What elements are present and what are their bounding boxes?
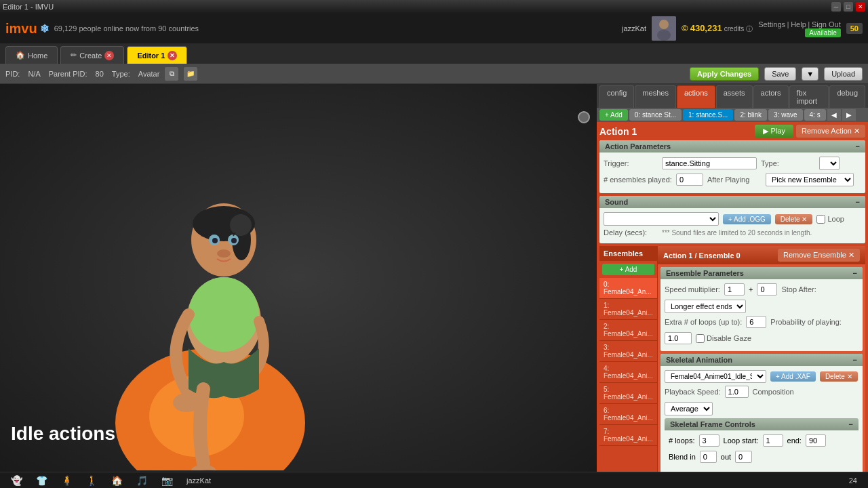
skeletal-loops-row: # loops: Loop start: end: Blend in [669, 434, 854, 463]
xaf-select[interactable]: Female04_Anime01_Idle_Seated01.xaf [665, 370, 766, 383]
skeletal-frame-header[interactable]: Skeletal Frame Controls − [665, 418, 859, 430]
ensemble-item-5[interactable]: 5: Female04_Ani... [599, 383, 657, 404]
sound-header[interactable]: Sound − [599, 196, 865, 208]
tab-home-label: Home [28, 52, 47, 60]
trigger-input[interactable] [662, 157, 757, 169]
composition-select[interactable]: Average [665, 402, 713, 415]
after-playing-select[interactable]: Pick new Ensemble [766, 173, 854, 186]
svg-point-2 [657, 30, 671, 41]
add-xaf-button[interactable]: + Add .XAF [770, 371, 816, 382]
ensemble-item-2[interactable]: 2: Female04_Ani... [599, 320, 657, 341]
action-tab-0[interactable]: 0: stance St... [629, 109, 682, 121]
save-button[interactable]: Save [764, 67, 796, 81]
music-icon[interactable]: 🎵 [136, 475, 148, 486]
add-ogg-button[interactable]: + Add .OGG [723, 214, 771, 224]
tab-config[interactable]: config [599, 85, 634, 108]
tab-create-close[interactable]: ✕ [104, 51, 114, 60]
ensemble-item-7[interactable]: 7: Female04_Ani... [599, 425, 657, 446]
disable-gaze-checkbox[interactable] [696, 334, 705, 343]
available-badge: Available [805, 28, 840, 37]
loop-start-input[interactable] [763, 434, 783, 447]
home-status-icon[interactable]: 🏠 [111, 475, 123, 486]
tab-editor[interactable]: Editor 1 ✕ [127, 46, 187, 64]
sound-file-row: + Add .OGG Delete ✕ Loop [604, 212, 861, 226]
save-dropdown-button[interactable]: ▼ [802, 67, 818, 81]
ensemble-item-6[interactable]: 6: Female04_Ani... [599, 404, 657, 425]
tab-assets[interactable]: assets [716, 85, 753, 108]
parent-pid-value: 80 [96, 70, 104, 78]
out-input[interactable] [735, 451, 752, 463]
svg-point-6 [189, 277, 259, 352]
speed-add-input[interactable] [757, 283, 777, 296]
action-tabs: + Add 0: stance St... 1: stance.S... 2: … [597, 108, 868, 122]
action-tab-2[interactable]: 2: blink [734, 109, 767, 121]
tab-debug[interactable]: debug [829, 85, 865, 108]
shirt-icon[interactable]: 👕 [36, 475, 47, 486]
tab-editor-label: Editor 1 [137, 52, 165, 60]
action-nav-prev[interactable]: ◀ [827, 109, 841, 121]
tab-fbx-import[interactable]: fbx import [789, 85, 829, 108]
loop-checkbox[interactable] [816, 215, 825, 224]
play-button[interactable]: ▶ Play [755, 125, 793, 138]
extra-loops-input[interactable] [746, 316, 766, 328]
walk-icon[interactable]: 🚶 [86, 475, 98, 486]
ensemble-params-header[interactable]: Ensemble Parameters − [660, 267, 863, 279]
maximize-button[interactable]: □ [844, 2, 853, 12]
tab-create[interactable]: ✏ Create ✕ [60, 46, 124, 64]
avatar-thumbnail[interactable] [652, 16, 676, 41]
tab-actions[interactable]: actions [677, 85, 715, 108]
person-icon[interactable]: 🧍 [61, 475, 73, 486]
minimize-button[interactable]: ─ [831, 2, 841, 12]
signout-link[interactable]: Sign Out [812, 20, 841, 28]
settings-link[interactable]: Settings [758, 20, 785, 28]
camera-icon[interactable]: 📷 [161, 475, 173, 486]
extra-loops-label: Extra # of loops (up to): [665, 318, 742, 326]
speed-input[interactable] [724, 283, 745, 296]
prob-input[interactable] [665, 332, 692, 344]
help-link[interactable]: Help [791, 20, 806, 28]
playback-input[interactable] [725, 386, 749, 398]
ensemble-item-0[interactable]: 0: Female04_An... [599, 278, 657, 299]
type-select[interactable] [819, 157, 840, 170]
action-nav-next[interactable]: ▶ [842, 109, 856, 121]
action-tab-3[interactable]: 3: wave [768, 109, 802, 121]
upload-button[interactable]: Upload [824, 67, 863, 81]
sound-file-select[interactable] [604, 212, 719, 226]
folder-icon[interactable]: 📁 [184, 67, 197, 81]
end-input[interactable] [806, 434, 826, 447]
apply-changes-button[interactable]: Apply Changes [690, 67, 759, 81]
add-ensemble-button[interactable]: + Add [602, 264, 654, 275]
action-tab-1[interactable]: 1: stance.S... [683, 109, 733, 121]
ensemble-detail-scroll[interactable]: Ensemble Parameters − Speed multiplier: … [658, 264, 865, 472]
tab-meshes[interactable]: meshes [635, 85, 676, 108]
copy-icon[interactable]: ⧉ [165, 67, 178, 81]
delete-sound-button[interactable]: Delete ✕ [775, 214, 813, 224]
out-label: out [721, 453, 731, 461]
delay-row: Delay (secs): *** Sound files are limite… [604, 228, 861, 237]
loops-input[interactable] [699, 434, 719, 447]
tab-home[interactable]: 🏠 Home [5, 46, 58, 64]
delete-xaf-button[interactable]: Delete ✕ [820, 371, 858, 382]
tab-actors[interactable]: actors [753, 85, 789, 108]
stop-after-select[interactable]: Longer effect ends [665, 300, 746, 313]
credits-display: © 430,231 credits ⓘ [682, 23, 753, 34]
ensembles-input[interactable] [676, 174, 703, 186]
ensemble-item-1[interactable]: 1: Female04_Ani... [599, 299, 657, 320]
close-button[interactable]: ✕ [856, 2, 865, 12]
ensemble-item-3[interactable]: 3: Female04_Ani... [599, 341, 657, 362]
remove-action-button[interactable]: Remove Action ✕ [796, 125, 865, 138]
viewport[interactable]: − T Display Name: untitled [0, 84, 597, 472]
skeletal-header[interactable]: Skeletal Animation − [660, 354, 863, 366]
add-action-button[interactable]: + Add [599, 109, 628, 121]
rpanel-content[interactable]: Action 1 ▶ Play Remove Action ✕ Action P… [597, 122, 868, 472]
svg-point-1 [659, 20, 669, 29]
tab-editor-close[interactable]: ✕ [167, 51, 177, 60]
action-parameters-header[interactable]: Action Parameters − [599, 140, 865, 152]
blend-in-input[interactable] [700, 451, 717, 463]
ensemble-item-4[interactable]: 4: Female04_Ani... [599, 362, 657, 383]
skeletal-frame-controls: Skeletal Frame Controls − # loops: Loop … [665, 418, 859, 470]
ghost-icon[interactable]: 👻 [11, 475, 22, 486]
action-tab-4[interactable]: 4: s [804, 109, 826, 121]
remove-ensemble-button[interactable]: Remove Ensemble ✕ [778, 249, 860, 262]
logo-text: imvu [5, 21, 37, 37]
